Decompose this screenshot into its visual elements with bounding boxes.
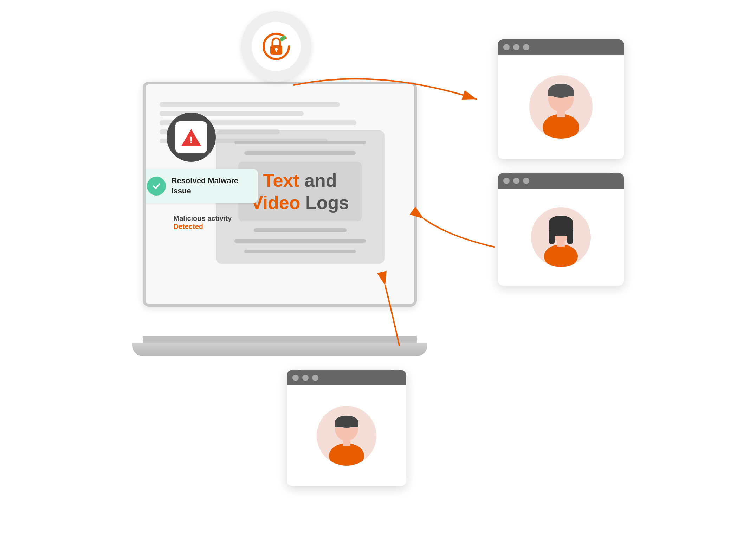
browser-titlebar [287, 370, 406, 385]
svg-rect-24 [335, 422, 358, 427]
screen-line [160, 102, 340, 107]
log-line [234, 141, 366, 144]
laptop: ! Resolved Malware Issue Malicious ac [143, 82, 431, 356]
svg-rect-5 [276, 49, 277, 52]
browser-titlebar [498, 173, 624, 189]
laptop-base [132, 343, 427, 356]
logs-title-text: Text [263, 170, 299, 191]
svg-rect-26 [343, 440, 350, 446]
svg-rect-18 [567, 226, 573, 244]
traffic-light-1 [503, 44, 510, 50]
logs-title: Text and Video Logs [251, 170, 349, 213]
avatar-male [529, 75, 593, 139]
browser-window-top-right [498, 39, 624, 159]
logs-title-logs: Logs [300, 192, 349, 213]
security-logo-inner [252, 22, 301, 71]
main-scene: ! Resolved Malware Issue Malicious ac [132, 39, 624, 497]
lock-icon [260, 31, 292, 62]
detected-text: Detected [174, 223, 203, 230]
log-line [244, 151, 356, 155]
svg-rect-10 [548, 91, 574, 96]
laptop-screen: ! Resolved Malware Issue Malicious ac [143, 82, 417, 307]
log-line [234, 239, 366, 243]
log-line [254, 228, 347, 232]
browser-titlebar [498, 39, 624, 55]
avatar-male-2 [317, 406, 376, 466]
traffic-light-1 [292, 375, 299, 381]
malicious-section: Malicious activity Detected [174, 215, 232, 231]
svg-rect-17 [549, 226, 555, 244]
malicious-text: Malicious activity [174, 215, 232, 222]
svg-text:!: ! [189, 135, 193, 146]
traffic-light-2 [513, 44, 519, 50]
warning-bubble: ! [167, 113, 216, 162]
traffic-light-3 [523, 178, 529, 184]
warning-triangle-icon: ! [181, 128, 202, 147]
svg-rect-12 [557, 110, 565, 117]
log-line [244, 250, 356, 253]
traffic-light-2 [513, 178, 519, 184]
svg-rect-20 [557, 240, 565, 247]
resolved-card-title: Resolved Malware Issue [172, 176, 250, 196]
logs-title-and: and [299, 170, 337, 191]
logs-title-video: Video [251, 192, 301, 213]
laptop-screen-inner: ! Resolved Malware Issue Malicious ac [146, 84, 414, 304]
resolved-card: Resolved Malware Issue [146, 169, 258, 203]
browser-window-bottom-center [287, 370, 406, 486]
browser-window-middle-right [498, 173, 624, 286]
male2-avatar-icon [317, 406, 376, 466]
browser-content-bottom-center [287, 385, 406, 486]
warning-icon: ! [175, 121, 207, 153]
laptop-base-bar [143, 336, 417, 343]
browser-content-middle-right [498, 189, 624, 286]
traffic-light-3 [312, 375, 318, 381]
female-avatar-icon [531, 207, 591, 267]
traffic-light-3 [523, 44, 529, 50]
male-avatar-icon [529, 75, 593, 139]
check-circle [147, 177, 166, 196]
checkmark-icon [151, 181, 161, 191]
traffic-light-1 [503, 178, 510, 184]
security-logo [241, 11, 311, 82]
avatar-female [531, 207, 591, 267]
traffic-light-2 [302, 375, 309, 381]
browser-content-top-right [498, 55, 624, 159]
